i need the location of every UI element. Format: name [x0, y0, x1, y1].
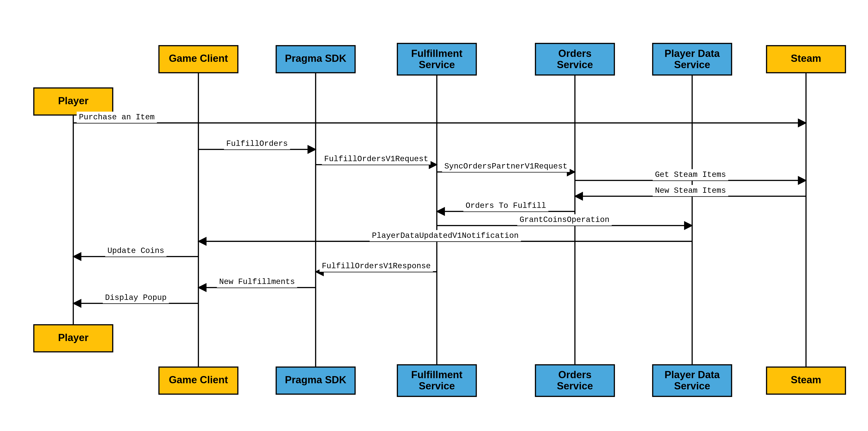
message-label-3: SyncOrdersPartnerV1Request — [444, 162, 567, 171]
svg-text:Service: Service — [674, 380, 710, 392]
participant-label-player_data-bottom: Player Data — [664, 369, 720, 380]
participant-label-game_client-top: Game Client — [169, 53, 228, 64]
svg-text:Service: Service — [557, 380, 593, 392]
svg-text:Service: Service — [557, 59, 593, 70]
message-label-2: FulfillOrdersV1Request — [324, 155, 428, 163]
svg-text:Service: Service — [674, 59, 710, 70]
participant-label-fulfillment-top: Fulfillment — [411, 48, 463, 59]
participant-label-pragma_sdk-bottom: Pragma SDK — [285, 374, 346, 386]
participant-label-pragma_sdk-top: Pragma SDK — [285, 53, 346, 64]
svg-text:Service: Service — [419, 380, 455, 392]
sequence-diagram: PlayerGame ClientPragma SDKFulfillmentSe… — [0, 0, 868, 431]
message-label-5: New Steam Items — [655, 186, 726, 195]
message-label-11: New Fulfillments — [219, 277, 295, 286]
participant-label-game_client-bottom: Game Client — [169, 374, 228, 386]
message-label-0: Purchase an Item — [79, 113, 155, 122]
message-label-7: GrantCoinsOperation — [520, 215, 610, 224]
message-label-4: Get Steam Items — [655, 170, 726, 179]
participant-label-orders-bottom: Orders — [558, 369, 591, 380]
message-label-8: PlayerDataUpdatedV1Notification — [372, 231, 519, 240]
participant-label-steam-top: Steam — [791, 53, 821, 64]
message-label-12: Display Popup — [105, 293, 166, 302]
participant-label-player-top: Player — [58, 95, 89, 106]
message-label-6: Orders To Fulfill — [466, 201, 546, 210]
participant-label-fulfillment-bottom: Fulfillment — [411, 369, 463, 380]
participant-label-player-bottom: Player — [58, 332, 89, 343]
message-label-1: FulfillOrders — [226, 139, 288, 148]
message-label-10: FulfillOrdersV1Response — [322, 262, 431, 271]
participant-label-orders-top: Orders — [558, 48, 591, 59]
participant-label-player_data-top: Player Data — [664, 48, 720, 59]
message-label-9: Update Coins — [107, 246, 164, 255]
svg-text:Service: Service — [419, 59, 455, 70]
participant-label-steam-bottom: Steam — [791, 374, 821, 386]
